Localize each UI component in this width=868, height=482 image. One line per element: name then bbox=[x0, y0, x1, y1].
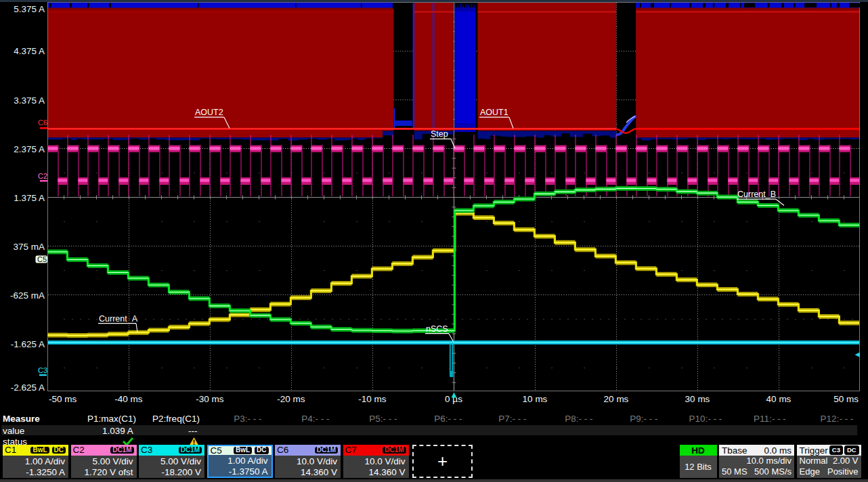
svg-text:2.375 A: 2.375 A bbox=[14, 144, 45, 154]
svg-text:10 ms: 10 ms bbox=[523, 394, 548, 404]
svg-text:-50 ms: -50 ms bbox=[49, 394, 77, 404]
svg-text:50 ms: 50 ms bbox=[833, 394, 859, 404]
svg-text:C3: C3 bbox=[38, 366, 47, 374]
svg-text:AOUT2: AOUT2 bbox=[195, 108, 223, 117]
svg-text:5.375 A: 5.375 A bbox=[14, 4, 45, 14]
svg-text:4.375 A: 4.375 A bbox=[14, 46, 45, 56]
svg-text:Current_A: Current_A bbox=[99, 314, 138, 324]
svg-text:375 mA: 375 mA bbox=[13, 242, 45, 252]
svg-text:30 ms: 30 ms bbox=[685, 394, 710, 404]
svg-text:3.375 A: 3.375 A bbox=[14, 95, 45, 106]
svg-text:Current_B: Current_B bbox=[737, 190, 776, 199]
svg-text:C2: C2 bbox=[38, 172, 47, 180]
svg-text:-2.625 A: -2.625 A bbox=[11, 382, 45, 393]
svg-text:-40 ms: -40 ms bbox=[114, 394, 143, 404]
svg-text:40 ms: 40 ms bbox=[766, 394, 791, 404]
svg-text:20 ms: 20 ms bbox=[604, 394, 629, 404]
svg-text:-30 ms: -30 ms bbox=[196, 394, 224, 404]
svg-text:AOUT1: AOUT1 bbox=[480, 108, 508, 117]
svg-text:-1.625 A: -1.625 A bbox=[11, 339, 45, 349]
svg-text:-625 mA: -625 mA bbox=[10, 290, 45, 301]
svg-text:-20 ms: -20 ms bbox=[277, 394, 305, 404]
svg-text:nSCS: nSCS bbox=[426, 324, 448, 334]
svg-text:1.375 A: 1.375 A bbox=[14, 193, 45, 203]
svg-text:C6: C6 bbox=[38, 118, 47, 127]
svg-text:C5: C5 bbox=[37, 255, 47, 263]
svg-text:-10 ms: -10 ms bbox=[358, 394, 387, 404]
svg-text:Step: Step bbox=[431, 129, 448, 139]
